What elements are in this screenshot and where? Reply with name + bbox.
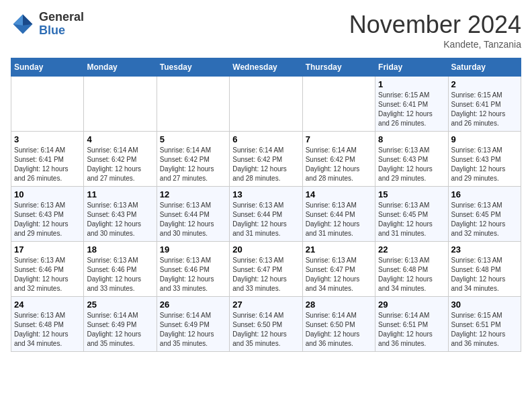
day-info: Sunrise: 6:14 AM Sunset: 6:42 PM Dayligh… bbox=[232, 146, 299, 183]
calendar-cell: 7Sunrise: 6:14 AM Sunset: 6:42 PM Daylig… bbox=[302, 132, 375, 187]
calendar-cell: 18Sunrise: 6:13 AM Sunset: 6:46 PM Dayli… bbox=[84, 242, 157, 297]
day-number: 29 bbox=[378, 300, 445, 310]
calendar-week-row: 24Sunrise: 6:13 AM Sunset: 6:48 PM Dayli… bbox=[11, 297, 521, 352]
day-number: 21 bbox=[306, 244, 372, 255]
header-tuesday: Tuesday bbox=[157, 58, 229, 77]
day-number: 3 bbox=[14, 134, 81, 144]
header-saturday: Saturday bbox=[448, 58, 521, 77]
calendar-cell bbox=[157, 77, 229, 132]
calendar-cell: 22Sunrise: 6:13 AM Sunset: 6:48 PM Dayli… bbox=[375, 242, 448, 297]
logo-general: General bbox=[39, 11, 84, 24]
calendar-cell: 8Sunrise: 6:13 AM Sunset: 6:43 PM Daylig… bbox=[375, 132, 448, 187]
day-number: 9 bbox=[451, 134, 518, 144]
calendar-cell: 20Sunrise: 6:13 AM Sunset: 6:47 PM Dayli… bbox=[230, 242, 302, 297]
day-info: Sunrise: 6:15 AM Sunset: 6:41 PM Dayligh… bbox=[378, 91, 445, 128]
day-info: Sunrise: 6:14 AM Sunset: 6:50 PM Dayligh… bbox=[232, 311, 299, 349]
month-title: November 2024 bbox=[349, 11, 521, 39]
calendar-cell: 4Sunrise: 6:14 AM Sunset: 6:42 PM Daylig… bbox=[84, 132, 157, 187]
page-header: General Blue November 2024 Kandete, Tanz… bbox=[11, 11, 521, 50]
day-info: Sunrise: 6:13 AM Sunset: 6:44 PM Dayligh… bbox=[306, 201, 372, 238]
day-number: 11 bbox=[87, 189, 153, 199]
svg-marker-1 bbox=[23, 14, 32, 25]
day-info: Sunrise: 6:13 AM Sunset: 6:48 PM Dayligh… bbox=[451, 256, 518, 293]
calendar-cell: 3Sunrise: 6:14 AM Sunset: 6:41 PM Daylig… bbox=[11, 132, 84, 187]
calendar-cell: 13Sunrise: 6:13 AM Sunset: 6:44 PM Dayli… bbox=[230, 187, 302, 242]
calendar-table: SundayMondayTuesdayWednesdayThursdayFrid… bbox=[11, 58, 521, 352]
day-number: 17 bbox=[14, 244, 81, 255]
day-info: Sunrise: 6:14 AM Sunset: 6:42 PM Dayligh… bbox=[87, 146, 153, 183]
day-number: 25 bbox=[87, 300, 153, 310]
logo: General Blue bbox=[11, 11, 84, 38]
day-info: Sunrise: 6:13 AM Sunset: 6:45 PM Dayligh… bbox=[451, 201, 518, 238]
calendar-cell: 25Sunrise: 6:14 AM Sunset: 6:49 PM Dayli… bbox=[84, 297, 157, 352]
day-info: Sunrise: 6:13 AM Sunset: 6:43 PM Dayligh… bbox=[14, 201, 81, 238]
day-info: Sunrise: 6:15 AM Sunset: 6:41 PM Dayligh… bbox=[451, 91, 518, 128]
calendar-cell bbox=[302, 77, 375, 132]
day-number: 5 bbox=[160, 134, 226, 144]
calendar-cell: 2Sunrise: 6:15 AM Sunset: 6:41 PM Daylig… bbox=[448, 77, 521, 132]
day-number: 4 bbox=[87, 134, 153, 144]
day-info: Sunrise: 6:13 AM Sunset: 6:43 PM Dayligh… bbox=[378, 146, 445, 183]
logo-icon bbox=[11, 12, 35, 36]
calendar-cell: 28Sunrise: 6:14 AM Sunset: 6:50 PM Dayli… bbox=[302, 297, 375, 352]
day-info: Sunrise: 6:13 AM Sunset: 6:48 PM Dayligh… bbox=[14, 311, 81, 349]
header-row: SundayMondayTuesdayWednesdayThursdayFrid… bbox=[11, 58, 521, 77]
day-number: 24 bbox=[14, 300, 81, 310]
day-number: 2 bbox=[451, 79, 518, 89]
day-number: 16 bbox=[451, 189, 518, 199]
day-info: Sunrise: 6:13 AM Sunset: 6:43 PM Dayligh… bbox=[87, 201, 153, 238]
calendar-cell: 29Sunrise: 6:14 AM Sunset: 6:51 PM Dayli… bbox=[375, 297, 448, 352]
calendar-cell: 5Sunrise: 6:14 AM Sunset: 6:42 PM Daylig… bbox=[157, 132, 229, 187]
day-number: 22 bbox=[378, 244, 445, 255]
calendar-cell: 21Sunrise: 6:13 AM Sunset: 6:47 PM Dayli… bbox=[302, 242, 375, 297]
calendar-cell: 10Sunrise: 6:13 AM Sunset: 6:43 PM Dayli… bbox=[11, 187, 84, 242]
calendar-cell: 23Sunrise: 6:13 AM Sunset: 6:48 PM Dayli… bbox=[448, 242, 521, 297]
day-info: Sunrise: 6:14 AM Sunset: 6:42 PM Dayligh… bbox=[160, 146, 226, 183]
calendar-cell: 19Sunrise: 6:13 AM Sunset: 6:46 PM Dayli… bbox=[157, 242, 229, 297]
logo-text: General Blue bbox=[39, 11, 84, 38]
day-info: Sunrise: 6:13 AM Sunset: 6:46 PM Dayligh… bbox=[160, 256, 226, 293]
calendar-cell: 24Sunrise: 6:13 AM Sunset: 6:48 PM Dayli… bbox=[11, 297, 84, 352]
calendar-week-row: 17Sunrise: 6:13 AM Sunset: 6:46 PM Dayli… bbox=[11, 242, 521, 297]
day-info: Sunrise: 6:13 AM Sunset: 6:44 PM Dayligh… bbox=[160, 201, 226, 238]
day-number: 12 bbox=[160, 189, 226, 199]
calendar-cell: 9Sunrise: 6:13 AM Sunset: 6:43 PM Daylig… bbox=[448, 132, 521, 187]
day-info: Sunrise: 6:14 AM Sunset: 6:49 PM Dayligh… bbox=[87, 311, 153, 349]
day-number: 14 bbox=[306, 189, 372, 199]
day-number: 19 bbox=[160, 244, 226, 255]
header-wednesday: Wednesday bbox=[230, 58, 302, 77]
day-number: 27 bbox=[232, 300, 299, 310]
calendar-cell: 16Sunrise: 6:13 AM Sunset: 6:45 PM Dayli… bbox=[448, 187, 521, 242]
calendar-cell: 15Sunrise: 6:13 AM Sunset: 6:45 PM Dayli… bbox=[375, 187, 448, 242]
calendar-week-row: 10Sunrise: 6:13 AM Sunset: 6:43 PM Dayli… bbox=[11, 187, 521, 242]
day-number: 6 bbox=[232, 134, 299, 144]
calendar-cell bbox=[11, 77, 84, 132]
calendar-cell: 26Sunrise: 6:14 AM Sunset: 6:49 PM Dayli… bbox=[157, 297, 229, 352]
day-number: 26 bbox=[160, 300, 226, 310]
day-number: 10 bbox=[14, 189, 81, 199]
day-info: Sunrise: 6:15 AM Sunset: 6:51 PM Dayligh… bbox=[451, 311, 518, 349]
calendar-cell: 11Sunrise: 6:13 AM Sunset: 6:43 PM Dayli… bbox=[84, 187, 157, 242]
day-info: Sunrise: 6:14 AM Sunset: 6:41 PM Dayligh… bbox=[14, 146, 81, 183]
day-info: Sunrise: 6:13 AM Sunset: 6:44 PM Dayligh… bbox=[232, 201, 299, 238]
day-number: 20 bbox=[232, 244, 299, 255]
header-sunday: Sunday bbox=[11, 58, 84, 77]
day-number: 23 bbox=[451, 244, 518, 255]
calendar-cell bbox=[230, 77, 302, 132]
calendar-cell: 6Sunrise: 6:14 AM Sunset: 6:42 PM Daylig… bbox=[230, 132, 302, 187]
day-number: 13 bbox=[232, 189, 299, 199]
day-info: Sunrise: 6:13 AM Sunset: 6:48 PM Dayligh… bbox=[378, 256, 445, 293]
day-number: 18 bbox=[87, 244, 153, 255]
day-number: 15 bbox=[378, 189, 445, 199]
day-number: 1 bbox=[378, 79, 445, 89]
day-number: 30 bbox=[451, 300, 518, 310]
day-info: Sunrise: 6:14 AM Sunset: 6:51 PM Dayligh… bbox=[378, 311, 445, 349]
calendar-cell: 30Sunrise: 6:15 AM Sunset: 6:51 PM Dayli… bbox=[448, 297, 521, 352]
day-info: Sunrise: 6:14 AM Sunset: 6:49 PM Dayligh… bbox=[160, 311, 226, 349]
svg-marker-2 bbox=[13, 14, 23, 25]
calendar-week-row: 3Sunrise: 6:14 AM Sunset: 6:41 PM Daylig… bbox=[11, 132, 521, 187]
calendar-cell: 14Sunrise: 6:13 AM Sunset: 6:44 PM Dayli… bbox=[302, 187, 375, 242]
day-number: 28 bbox=[306, 300, 372, 310]
header-monday: Monday bbox=[84, 58, 157, 77]
title-block: November 2024 Kandete, Tanzania bbox=[349, 11, 521, 50]
